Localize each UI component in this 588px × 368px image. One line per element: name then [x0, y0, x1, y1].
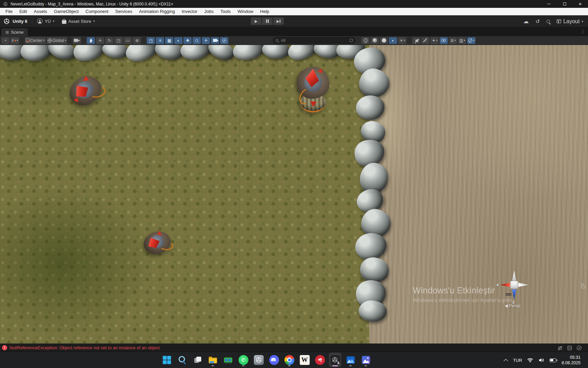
menu-window[interactable]: Window: [234, 8, 257, 15]
menu-assets[interactable]: Assets: [30, 8, 50, 15]
scene-view[interactable]: Windows'u Etkinleştir Windows'u etkinleş…: [0, 45, 588, 343]
account-dropdown[interactable]: YÜ ▾: [37, 18, 54, 24]
menu-services[interactable]: Services: [112, 8, 136, 15]
menu-animation-rigging[interactable]: Animation Rigging: [135, 8, 178, 15]
sliders-toggle[interactable]: ≡: [156, 37, 164, 44]
gizmo-z-axis-cone[interactable]: [511, 289, 517, 300]
cache-server-icon[interactable]: [567, 345, 572, 351]
task-view-icon: [193, 355, 202, 365]
move-tool-button[interactable]: ✛: [96, 37, 104, 44]
pivot-mode-dropdown[interactable]: Center ▾: [25, 37, 46, 44]
gizmo-center-cube[interactable]: [510, 281, 518, 289]
wireframe-sphere-toggle[interactable]: [361, 37, 370, 44]
cloud-icon[interactable]: ☁: [523, 18, 529, 25]
layout-dropdown[interactable]: Layout ▾: [557, 18, 583, 25]
background-tasks-icon[interactable]: [576, 345, 582, 351]
unity-hub-button[interactable]: [252, 353, 265, 367]
media-gallery-button[interactable]: [344, 353, 357, 367]
status-bar[interactable]: ! NullReferenceException: Object referen…: [0, 343, 588, 352]
maximize-button[interactable]: [557, 0, 572, 8]
memory-chip-app-button[interactable]: [222, 353, 234, 367]
menu-help[interactable]: Help: [257, 8, 273, 15]
whatsapp-button[interactable]: ✆: [237, 353, 249, 367]
riot-games-button[interactable]: [314, 353, 326, 367]
columns-dropdown[interactable]: ▥▾: [458, 37, 466, 44]
gizmo-x-axis-cone[interactable]: [500, 282, 510, 288]
tray-overflow-icon[interactable]: [504, 359, 508, 363]
unity-editor-button[interactable]: 6: [329, 353, 341, 367]
expand-icon[interactable]: [350, 39, 353, 42]
menu-component[interactable]: Component: [82, 8, 112, 15]
discord-button[interactable]: [268, 353, 280, 367]
panel-menu-icon[interactable]: ⋮: [581, 29, 585, 34]
sun-dropdown[interactable]: ☀▾: [398, 37, 406, 44]
debugger-disabled-icon[interactable]: [557, 345, 563, 351]
gizmos-dropdown[interactable]: ▾: [467, 37, 475, 44]
scene-search-input[interactable]: [280, 38, 348, 43]
menu-jobs[interactable]: Jobs: [201, 8, 217, 15]
menu-file[interactable]: File: [2, 8, 16, 15]
scene-search-field[interactable]: [273, 37, 356, 44]
layers-dropdown[interactable]: ≣▾: [449, 37, 457, 44]
globe-icon: [48, 39, 52, 43]
chrome-button[interactable]: [283, 353, 295, 367]
navigation-overlay-toggle[interactable]: [220, 37, 228, 44]
orientation-dropdown[interactable]: Global ▾: [47, 37, 67, 44]
grid-snap-dropdown[interactable]: #▾: [11, 37, 19, 44]
step-button[interactable]: ▶: [273, 17, 284, 25]
wifi-icon[interactable]: [527, 358, 533, 363]
tab-scene[interactable]: ⊞ Scene: [1, 28, 28, 36]
menu-gameobject[interactable]: GameObject: [50, 8, 82, 15]
effects-dropdown[interactable]: ✦▾: [430, 37, 439, 44]
solid-sphere-toggle[interactable]: [380, 37, 388, 44]
play-button[interactable]: ▶: [251, 17, 261, 25]
hand-tool-button[interactable]: [87, 37, 95, 44]
volume-icon[interactable]: [538, 358, 544, 363]
gizmo-axis-cone[interactable]: [518, 282, 528, 288]
camera-view-dropdown[interactable]: ▾: [73, 37, 81, 44]
menu-invector[interactable]: Invector: [178, 8, 201, 15]
tools-overlay-dropdown[interactable]: ▾: [1, 37, 10, 44]
menu-tools[interactable]: Tools: [217, 8, 234, 15]
start-button[interactable]: [161, 353, 173, 367]
history-icon[interactable]: ↺: [536, 18, 540, 25]
tower-top-right[interactable]: [297, 67, 331, 114]
task-view-button[interactable]: [191, 353, 203, 367]
asset-store-icon: [62, 20, 66, 24]
taskbar-search-button[interactable]: [176, 353, 188, 367]
grid-visibility-toggle[interactable]: ▦: [165, 37, 173, 44]
search-icon[interactable]: [546, 20, 550, 23]
close-button[interactable]: ✕: [572, 0, 588, 8]
battery-icon[interactable]: [550, 358, 556, 362]
language-indicator[interactable]: TUR: [513, 358, 522, 363]
view-scale-icon: ◳: [149, 38, 153, 43]
pause-button[interactable]: [262, 17, 273, 25]
file-explorer-button[interactable]: [207, 353, 219, 367]
rotate-tool-button[interactable]: ↻: [105, 37, 113, 44]
visibility-toggle[interactable]: [440, 37, 448, 44]
w-app-button[interactable]: W: [298, 353, 311, 367]
search-overlay-toggle[interactable]: [193, 37, 201, 44]
photos-button[interactable]: [360, 353, 372, 367]
axis-toggle[interactable]: ✛: [202, 37, 210, 44]
minimize-button[interactable]: [541, 0, 557, 8]
gizmo-lock-icon[interactable]: [581, 283, 586, 289]
view-scale-toggle[interactable]: ◳: [147, 37, 155, 44]
cameras-overlay-toggle[interactable]: [211, 37, 219, 44]
taskbar-clock[interactable]: 05:31 8.08.2025: [561, 355, 581, 366]
lighting-toggle[interactable]: ◐: [389, 37, 397, 44]
effects-mute-toggle[interactable]: ☆: [421, 37, 429, 44]
shading-toggle[interactable]: ◐: [174, 37, 182, 44]
console-error-message[interactable]: NullReferenceException: Object reference…: [10, 345, 160, 350]
menu-edit[interactable]: Edit: [16, 8, 30, 15]
asset-store-dropdown[interactable]: Asset Store ▾: [62, 19, 95, 24]
shaded-sphere-toggle[interactable]: [371, 37, 379, 44]
scene-orientation-gizmo[interactable]: x z Persp: [497, 269, 538, 311]
audio-mute-toggle[interactable]: [412, 37, 420, 44]
transform-tool-button[interactable]: ⊕: [133, 37, 141, 44]
gizmo-y-axis-cone[interactable]: [511, 271, 517, 281]
rect-tool-button[interactable]: ▭: [124, 37, 132, 44]
particles-toggle[interactable]: ❖: [183, 37, 192, 44]
projection-mode-toggle[interactable]: Persp: [505, 303, 520, 308]
scale-tool-button[interactable]: ◳: [114, 37, 122, 44]
